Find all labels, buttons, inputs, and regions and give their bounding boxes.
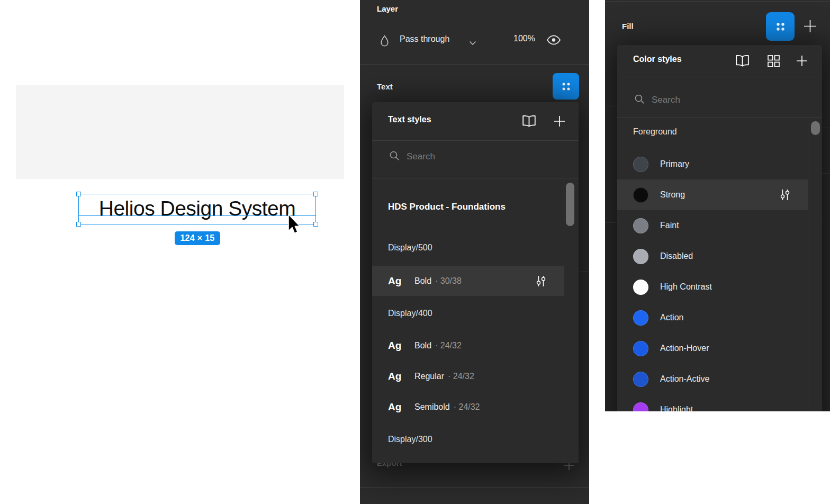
color-swatch — [633, 187, 648, 203]
search-icon — [634, 94, 645, 106]
style-preview: Ag — [388, 340, 414, 352]
fill-style-applied-button[interactable] — [766, 12, 795, 41]
text-style-item[interactable]: Ag Bold · 30/38 — [372, 266, 564, 296]
fill-section-title: Fill — [622, 22, 634, 31]
text-styles-title: Text styles — [388, 115, 431, 124]
section-divider — [822, 128, 830, 128]
style-preview: Ag — [388, 275, 414, 287]
divider — [617, 77, 822, 77]
color-style-item[interactable]: Highlight — [617, 394, 808, 411]
grid-view-icon[interactable] — [767, 55, 780, 68]
add-text-style-icon[interactable] — [553, 115, 566, 128]
color-swatch — [633, 218, 648, 233]
text-styles-dropdown: Text styles HDS Product - Foundations Di… — [372, 102, 579, 463]
color-swatch — [633, 310, 648, 326]
adjust-style-icon[interactable] — [779, 189, 791, 203]
blend-mode-select[interactable]: Pass through — [400, 34, 449, 44]
library-name: HDS Product - Foundations — [388, 202, 506, 212]
section-divider — [605, 1, 830, 2]
color-swatch — [633, 280, 648, 295]
selection-handle-bottom-left[interactable] — [76, 222, 81, 227]
text-style-item[interactable]: Ag Bold · 24/32 — [372, 330, 564, 361]
search-input[interactable] — [407, 151, 539, 162]
text-style-applied-button[interactable] — [553, 73, 579, 100]
section-divider — [605, 106, 617, 106]
scrollbar-track-divider — [564, 178, 564, 463]
text-section-title: Text — [377, 82, 393, 91]
search-input[interactable] — [652, 95, 784, 105]
section-divider — [605, 222, 617, 223]
style-library-icon[interactable] — [735, 55, 750, 67]
fill-panel: Fill Color styles — [605, 0, 830, 411]
scrollbar-thumb[interactable] — [811, 121, 820, 135]
add-color-style-icon[interactable] — [796, 55, 808, 67]
color-swatch — [633, 157, 648, 172]
color-style-item[interactable]: Action — [617, 302, 808, 333]
divider — [617, 118, 822, 118]
search-icon — [389, 150, 400, 163]
properties-panel: Layer Pass through 100% Text Export — [360, 0, 589, 504]
scrollbar-track-divider — [808, 118, 808, 411]
color-style-item[interactable]: High Contrast — [617, 272, 808, 302]
chevron-down-icon[interactable] — [469, 38, 476, 48]
color-swatch — [633, 402, 648, 412]
section-divider — [822, 173, 830, 174]
color-swatch — [633, 249, 648, 264]
add-fill-icon[interactable] — [803, 19, 817, 33]
style-preview: Ag — [388, 371, 414, 382]
divider — [372, 140, 579, 141]
adjust-style-icon[interactable] — [535, 275, 547, 289]
layer-section-title: Layer — [377, 4, 398, 13]
style-group-header: Display/300 — [388, 435, 432, 444]
color-style-item[interactable]: Disabled — [617, 241, 808, 272]
style-preview: Ag — [388, 401, 414, 413]
dimensions-badge: 124 × 15 — [175, 231, 220, 245]
color-style-item[interactable]: Faint — [617, 210, 808, 241]
blend-mode-icon — [380, 35, 389, 49]
style-group-header: Display/400 — [388, 309, 432, 318]
color-style-item[interactable]: Strong — [617, 179, 808, 210]
selection-handle-top-left[interactable] — [76, 192, 81, 196]
color-swatch — [633, 341, 648, 356]
color-styles-title: Color styles — [633, 55, 682, 64]
selection-handle-bottom-right[interactable] — [313, 222, 318, 227]
mouse-cursor-icon — [286, 214, 301, 237]
scrollbar-thumb[interactable] — [566, 183, 574, 226]
color-swatch — [633, 372, 648, 387]
style-library-icon[interactable] — [521, 115, 537, 128]
section-divider — [822, 220, 830, 220]
opacity-value[interactable]: 100% — [513, 34, 535, 43]
section-divider — [360, 487, 589, 488]
color-style-item[interactable]: Action-Active — [617, 364, 808, 394]
text-baseline-indicator — [78, 215, 316, 216]
color-style-item[interactable]: Action-Hover — [617, 333, 808, 364]
visibility-eye-icon[interactable] — [546, 35, 561, 47]
color-styles-search[interactable] — [634, 90, 784, 110]
color-group-header: Foreground — [633, 127, 677, 137]
text-style-item[interactable]: Ag Regular · 24/32 — [372, 361, 564, 391]
section-divider — [360, 64, 589, 65]
section-divider — [579, 271, 589, 272]
divider — [372, 178, 579, 178]
text-style-item[interactable]: Ag Semibold · 24/32 — [372, 392, 564, 422]
selection-box — [78, 194, 316, 224]
text-styles-search[interactable] — [389, 147, 539, 167]
style-group-header: Display/500 — [388, 243, 432, 253]
design-canvas[interactable]: Helios Design System 124 × 15 — [16, 85, 344, 179]
color-styles-dropdown: Color styles — [617, 45, 822, 411]
color-style-item[interactable]: Primary — [617, 149, 808, 179]
selection-handle-top-right[interactable] — [313, 192, 318, 196]
